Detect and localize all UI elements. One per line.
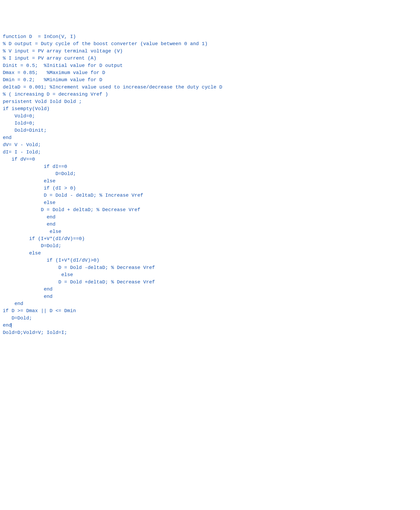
code-line: % I input = PV array current (A) <box>3 56 97 61</box>
code-line: end <box>3 323 12 328</box>
code-line: dI= I - Iold; <box>3 149 41 155</box>
code-line: Vold=0; <box>3 113 35 119</box>
code-line: if dI==0 <box>3 164 67 169</box>
code-line: % D output = Duty cycle of the boost con… <box>3 41 208 46</box>
code-line: Dold=Dinit; <box>3 128 47 133</box>
code-line: else <box>3 251 41 256</box>
code-line: persistent Vold Iold Dold ; <box>3 99 82 104</box>
code-block: function D = InCon(V, I) % D output = Du… <box>3 33 417 336</box>
code-line: Dinit = 0.5; %Initial value for D output <box>3 63 123 68</box>
code-line: function D = InCon(V, I) <box>3 34 76 39</box>
code-line: Dold=D;Vold=V; Iold=I; <box>3 330 67 335</box>
code-line: Iold=0; <box>3 121 35 126</box>
code-line: else <box>3 229 61 234</box>
code-line: else <box>3 178 55 184</box>
code-line: D=Dold; <box>3 243 61 249</box>
code-line: deltaD = 0.001; %Increment value used to… <box>3 84 222 90</box>
text-cursor <box>11 323 12 328</box>
code-line: else <box>3 272 73 277</box>
code-line: end <box>3 221 55 227</box>
code-line: D=Dold; <box>3 171 76 176</box>
code-line: dV= V - Vold; <box>3 142 41 148</box>
code-line: Dmin = 0.2; %Minimum value for D <box>3 77 102 83</box>
code-line: if (dI > 0) <box>3 185 76 191</box>
code-line: end <box>3 301 23 306</box>
code-line: D = Dold + deltaD; % Decrease Vref <box>3 207 140 213</box>
code-line: Dmax = 0.85; %Maximum value for D <box>3 70 105 76</box>
code-line: if D >= Dmax || D <= Dmin <box>3 308 76 313</box>
code-line: end <box>3 294 52 299</box>
code-line: % V input = PV array terminal voltage (V… <box>3 48 123 54</box>
code-line: end <box>3 214 55 220</box>
code-line: % ( increasing D = decreasing Vref ) <box>3 92 108 97</box>
code-line: D = Dold - deltaD; % Increase Vref <box>3 193 143 198</box>
code-line: if (I+V*(dI/dV)==0) <box>3 236 85 241</box>
code-line: D = Dold +deltaD; % Decrease Vref <box>3 279 155 285</box>
code-line: else <box>3 200 55 205</box>
code-line: end <box>3 135 12 140</box>
code-line: if isempty(Vold) <box>3 106 50 112</box>
code-line: if dV==0 <box>3 157 35 162</box>
code-line: D=Dold; <box>3 315 32 321</box>
code-line: D = Dold -deltaD; % Decrease Vref <box>3 265 155 270</box>
code-line: end <box>3 287 52 292</box>
code-line: if (I+V*(dI/dV)>0) <box>3 258 99 263</box>
